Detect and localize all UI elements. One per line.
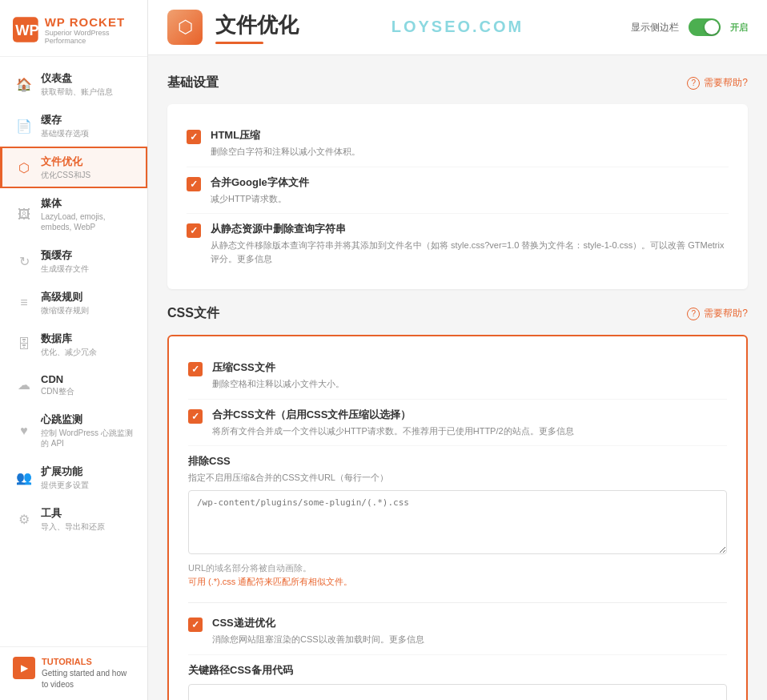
preload-icon: ↻ [15, 254, 33, 269]
css-help-icon: ? [687, 308, 700, 320]
minify-css-label: 压缩CSS文件 [212, 360, 344, 375]
critical-css-checkbox[interactable]: ✓ [188, 618, 203, 632]
sidebar: WP WP ROCKET Superior WordPress Performa… [0, 0, 148, 700]
page-icon: ⬡ [167, 10, 203, 45]
css-files-header: CSS文件 ? 需要帮助? [167, 305, 748, 322]
cdn-sublabel: CDN整合 [41, 386, 135, 396]
exclude-hint: URL的域名部分将被自动画除。 可用 (.*).css 通配符来匹配所有相似文件… [188, 561, 727, 588]
cdn-label: CDN [41, 373, 135, 385]
database-sublabel: 优化、减少冗余 [41, 347, 135, 357]
combine-css-desc: 将所有文件合并成一个文件以减少HTTP请求数。不推荐用于已使用HTTP/2的站点… [212, 424, 574, 438]
cache-icon: 📄 [15, 119, 33, 134]
media-icon: 🖼 [15, 207, 33, 222]
advanced-sublabel: 微缩缓存规则 [41, 305, 135, 316]
css-files-title: CSS文件 [167, 305, 219, 322]
file-opt-sublabel: 优化CSS和JS [41, 170, 135, 180]
media-label: 媒体 [41, 196, 135, 211]
minify-css-checkbox[interactable]: ✓ [188, 362, 203, 376]
heartbeat-icon: ♥ [15, 424, 33, 438]
sidebar-item-addons[interactable]: 👥 扩展功能 提供更多设置 [0, 457, 147, 498]
tools-sublabel: 导入、导出和还原 [41, 521, 135, 532]
toggle-knob [705, 20, 719, 34]
critical-css-desc: 消除您网站阻塞渲染的CSS以改善加载时间。更多信息 [212, 633, 424, 646]
sidebar-logo: WP WP ROCKET Superior WordPress Performa… [0, 0, 147, 57]
heartbeat-label: 心跳监测 [41, 412, 135, 427]
show-sidebar-label: 显示侧边栏 [631, 21, 679, 34]
critical-css-label: CSS递进优化 [212, 616, 424, 630]
addons-icon: 👥 [15, 470, 33, 485]
database-icon: 🗄 [15, 337, 33, 352]
svg-text:WP: WP [15, 22, 38, 38]
help-icon: ? [687, 77, 700, 90]
dashboard-sublabel: 获取帮助、账户信息 [41, 86, 135, 97]
sidebar-item-heartbeat[interactable]: ♥ 心跳监测 控制 WordPress 心跳监测的 API [0, 404, 147, 457]
title-underline [215, 42, 263, 44]
sidebar-item-media[interactable]: 🖼 媒体 LazyLoad, emojis, embeds, WebP [0, 188, 147, 240]
sidebar-toggle[interactable] [689, 18, 721, 36]
css-files-card: ✓ 压缩CSS文件 删除空格和注释以减小文件大小。 ✓ 合并CSS文件（启用CS… [167, 335, 748, 700]
option-merge-google-fonts: ✓ 合并Google字体文件 减少HTTP请求数。 [187, 167, 729, 215]
basic-settings-help[interactable]: ? 需要帮助? [687, 76, 748, 90]
exclude-css-sublabel: 指定不启用压缩&合并的CSS文件URL（每行一个） [188, 472, 727, 484]
addons-label: 扩展功能 [41, 465, 135, 479]
css-files-help[interactable]: ? 需要帮助? [687, 307, 748, 320]
main-header: ⬡ 文件优化 显示侧边栏 开启 [148, 0, 767, 55]
logo-brand: WP ROCKET [45, 15, 135, 29]
remove-query-label: 从静态资源中删除查询字符串 [211, 222, 729, 236]
preload-sublabel: 生成缓存文件 [41, 264, 135, 274]
wp-rocket-logo-icon: WP [13, 14, 38, 45]
exclude-css-textarea[interactable] [188, 490, 727, 554]
sidebar-item-cdn[interactable]: ☁ CDN CDN整合 [0, 365, 147, 404]
tutorials-section[interactable]: ▶ TUTORIALS Getting started and how to v… [0, 646, 147, 700]
css-help-label: 需要帮助? [704, 307, 748, 320]
dashboard-label: 仪表盘 [41, 71, 135, 86]
cache-label: 缓存 [41, 113, 135, 127]
merge-fonts-checkbox[interactable]: ✓ [187, 177, 201, 191]
combine-css-checkbox[interactable]: ✓ [188, 409, 203, 424]
basic-settings-header: 基础设置 ? 需要帮助? [167, 74, 748, 91]
file-opt-icon: ⬡ [15, 160, 33, 175]
page-title: 文件优化 [215, 11, 299, 39]
basic-settings-card: ✓ HTML压缩 删除空白字符和注释以减小文件体积。 ✓ 合并Google字体文… [167, 104, 748, 289]
exclude-css-label: 排除CSS [188, 454, 727, 469]
option-minify-css: ✓ 压缩CSS文件 删除空格和注释以减小文件大小。 [188, 352, 727, 400]
keypath-css-textarea[interactable] [188, 684, 727, 701]
combine-css-label: 合并CSS文件（启用CSS文件压缩以选择） [212, 408, 574, 422]
sidebar-navigation: 🏠 仪表盘 获取帮助、账户信息 📄 缓存 基础缓存选项 ⬡ 文件优化 优化CSS… [0, 57, 147, 646]
file-opt-label: 文件优化 [41, 155, 135, 169]
sidebar-item-database[interactable]: 🗄 数据库 优化、减少冗余 [0, 324, 147, 365]
tutorials-icon: ▶ [13, 657, 35, 679]
cache-sublabel: 基础缓存选项 [41, 128, 135, 139]
sidebar-item-tools[interactable]: ⚙ 工具 导入、导出和还原 [0, 498, 147, 540]
sidebar-item-advanced-rules[interactable]: ≡ 高级规则 微缩缓存规则 [0, 282, 147, 324]
option-critical-css: ✓ CSS递进优化 消除您网站阻塞渲染的CSS以改善加载时间。更多信息 [188, 609, 727, 655]
html-minify-checkbox[interactable]: ✓ [187, 130, 201, 144]
sidebar-item-cache[interactable]: 📄 缓存 基础缓存选项 [0, 105, 147, 147]
sidebar-item-preload[interactable]: ↻ 预缓存 生成缓存文件 [0, 240, 147, 282]
logo-tagline: Superior WordPress Performance [45, 29, 135, 45]
heartbeat-sublabel: 控制 WordPress 心跳监测的 API [41, 428, 135, 449]
option-remove-query-strings: ✓ 从静态资源中删除查询字符串 从静态文件移除版本查询字符串并将其添加到文件名中… [187, 214, 729, 273]
merge-fonts-desc: 减少HTTP请求数。 [211, 192, 309, 206]
toggle-state-label: 开启 [730, 22, 748, 34]
home-icon: 🏠 [15, 77, 33, 92]
exclude-css-section: 排除CSS 指定不启用压缩&合并的CSS文件URL（每行一个） URL的域名部分… [188, 446, 727, 596]
tools-icon: ⚙ [15, 512, 33, 527]
tools-label: 工具 [41, 506, 135, 521]
addons-sublabel: 提供更多设置 [41, 480, 135, 490]
main-area: LOYSEO.COM ⬡ 文件优化 显示侧边栏 开启 基础设置 ? 需要帮助? [148, 0, 767, 700]
sidebar-item-file-optimization[interactable]: ⬡ 文件优化 优化CSS和JS [0, 147, 147, 188]
cdn-icon: ☁ [15, 377, 33, 392]
remove-query-checkbox[interactable]: ✓ [187, 223, 201, 238]
tutorials-description: Getting started and how to videos [42, 668, 135, 690]
basic-help-label: 需要帮助? [704, 76, 748, 90]
merge-fonts-label: 合并Google字体文件 [211, 175, 309, 190]
media-sublabel: LazyLoad, emojis, embeds, WebP [41, 211, 135, 232]
main-content: 基础设置 ? 需要帮助? ✓ HTML压缩 删除空白字符和注释以减小文件体积。 [148, 55, 767, 700]
preload-label: 预缓存 [41, 248, 135, 263]
minify-css-desc: 删除空格和注释以减小文件大小。 [212, 377, 344, 391]
sidebar-item-dashboard[interactable]: 🏠 仪表盘 获取帮助、账户信息 [0, 63, 147, 105]
database-label: 数据库 [41, 332, 135, 346]
tutorials-title: TUTORIALS [42, 657, 135, 666]
keypath-css-label: 关键路径CSS备用代码 [188, 663, 727, 678]
